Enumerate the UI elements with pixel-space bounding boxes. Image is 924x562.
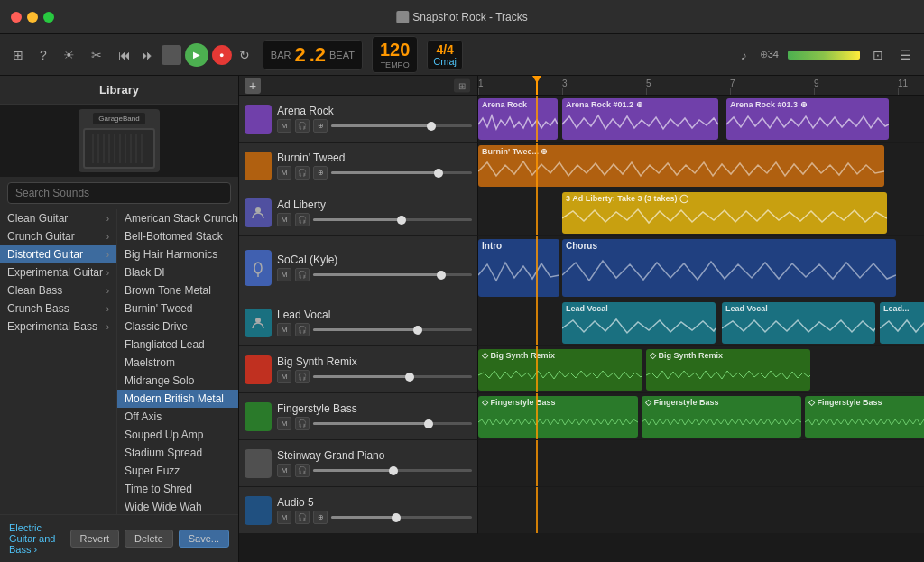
mute-button-bigsynth[interactable]: M bbox=[277, 370, 291, 383]
clip-socal-intro[interactable]: Intro bbox=[478, 239, 559, 297]
preset-american-stack[interactable]: American Stack Crunch bbox=[117, 209, 238, 227]
add-track-button[interactable]: + bbox=[245, 78, 261, 94]
volume-slider-arena[interactable] bbox=[331, 120, 472, 133]
preset-bell-bottomed[interactable]: Bell-Bottomed Stack bbox=[117, 227, 238, 245]
rewind-button[interactable]: ⏮ bbox=[115, 46, 134, 64]
headphone-button-leadvocal[interactable]: 🎧 bbox=[295, 323, 310, 336]
mute-button-audio5[interactable]: M bbox=[277, 511, 291, 524]
mute-button-leadvocal[interactable]: M bbox=[277, 323, 291, 336]
volume-slider-audio5[interactable] bbox=[331, 511, 472, 524]
preset-modern-british[interactable]: Modern British Metal bbox=[117, 390, 238, 408]
category-experimental-bass[interactable]: Experimental Bass › bbox=[0, 318, 116, 336]
headphone-button-socal[interactable]: 🎧 bbox=[295, 268, 310, 281]
record-enable-audio5[interactable]: ⊕ bbox=[313, 511, 328, 524]
clip-fingerstyle-3[interactable]: ◇ Fingerstyle Bass bbox=[805, 396, 924, 438]
clip-bigsynth-1[interactable]: ◇ Big Synth Remix bbox=[478, 349, 642, 391]
category-crunch-bass[interactable]: Crunch Bass › bbox=[0, 299, 116, 318]
category-clean-guitar[interactable]: Clean Guitar › bbox=[0, 209, 116, 227]
library-toggle-button[interactable]: ⊞ bbox=[9, 46, 27, 64]
window-controls[interactable] bbox=[0, 12, 54, 23]
mute-button-adliberty[interactable]: M bbox=[277, 213, 291, 226]
tempo-display[interactable]: 120 TEMPO bbox=[372, 36, 418, 73]
footer-link[interactable]: Electric Guitar and Bass › bbox=[9, 522, 70, 555]
library-lists: Clean Guitar › Crunch Guitar › Distorted… bbox=[0, 209, 238, 514]
clip-fingerstyle-1[interactable]: ◇ Fingerstyle Bass bbox=[478, 396, 638, 438]
preset-stadium-spread[interactable]: Stadium Spread bbox=[117, 444, 238, 462]
headphone-button-audio5[interactable]: 🎧 bbox=[295, 511, 310, 524]
help-button[interactable]: ? bbox=[36, 46, 51, 64]
preset-super-fuzz[interactable]: Super Fuzz bbox=[117, 462, 238, 480]
volume-slider-leadvocal[interactable] bbox=[313, 324, 472, 336]
clip-fingerstyle-2[interactable]: ◇ Fingerstyle Bass bbox=[642, 396, 801, 438]
category-experimental-guitar[interactable]: Experimental Guitar › bbox=[0, 263, 116, 281]
preset-big-hair[interactable]: Big Hair Harmonics bbox=[117, 245, 238, 263]
preset-souped-up[interactable]: Souped Up Amp bbox=[117, 426, 238, 444]
volume-slider-fingerstyle[interactable] bbox=[313, 418, 472, 430]
record-enable-burnin[interactable]: ⊕ bbox=[313, 166, 328, 180]
stop-button[interactable] bbox=[162, 45, 181, 65]
amp-grid bbox=[92, 134, 146, 163]
headphone-button-fingerstyle[interactable]: 🎧 bbox=[295, 417, 310, 430]
record-button[interactable]: ● bbox=[212, 45, 232, 65]
tune-button[interactable]: ♪ bbox=[737, 46, 751, 64]
clip-leadvocal-2[interactable]: Lead Vocal bbox=[722, 302, 875, 344]
ruler-timeline: 1 3 5 7 9 11 bbox=[478, 76, 924, 95]
play-button[interactable]: ▶ bbox=[185, 43, 208, 67]
delete-button[interactable]: Delete bbox=[125, 530, 173, 548]
time-signature-display[interactable]: 4/4 Cmaj bbox=[427, 40, 463, 70]
clip-leadvocal-1[interactable]: Lead Vocal bbox=[562, 302, 716, 344]
volume-slider-bigsynth[interactable] bbox=[313, 371, 472, 383]
clip-socal-chorus[interactable]: Chorus bbox=[562, 239, 896, 297]
preset-time-to-shred[interactable]: Time to Shred bbox=[117, 480, 238, 498]
headphone-button-arena[interactable]: 🎧 bbox=[295, 119, 310, 133]
clip-adliberty-1[interactable]: 3 Ad Liberty: Take 3 (3 takes) ◯ bbox=[562, 192, 887, 234]
volume-slider-socal[interactable] bbox=[313, 269, 472, 281]
volume-slider-adliberty[interactable] bbox=[313, 214, 472, 226]
notes-button[interactable]: ☰ bbox=[896, 46, 915, 64]
preset-brown-tone[interactable]: Brown Tone Metal bbox=[117, 281, 238, 299]
minimize-button[interactable] bbox=[27, 12, 38, 23]
close-button[interactable] bbox=[11, 12, 22, 23]
search-input[interactable] bbox=[7, 182, 231, 204]
cycle-button[interactable]: ↻ bbox=[236, 46, 254, 64]
headphone-button-steinway[interactable]: 🎧 bbox=[295, 464, 310, 477]
headphone-button-bigsynth[interactable]: 🎧 bbox=[295, 370, 310, 383]
preset-black-di[interactable]: Black DI bbox=[117, 263, 238, 281]
track-name-fingerstyle: Fingerstyle Bass bbox=[277, 402, 472, 415]
clip-arena-3[interactable]: Arena Rock #01.3 ⊕ bbox=[726, 98, 889, 140]
category-clean-bass[interactable]: Clean Bass › bbox=[0, 281, 116, 299]
category-distorted-guitar[interactable]: Distorted Guitar › bbox=[0, 245, 116, 263]
tracks-scroll: Arena Rock M 🎧 ⊕ bbox=[239, 96, 924, 562]
clip-arena-2[interactable]: Arena Rock #01.2 ⊕ bbox=[562, 98, 718, 140]
track-info-arena: Arena Rock M 🎧 ⊕ bbox=[277, 105, 472, 133]
headphone-button-adliberty[interactable]: 🎧 bbox=[295, 213, 310, 226]
category-crunch-guitar[interactable]: Crunch Guitar › bbox=[0, 227, 116, 245]
mute-button-burnin[interactable]: M bbox=[277, 166, 291, 180]
mute-button-arena[interactable]: M bbox=[277, 119, 291, 133]
clip-bigsynth-2[interactable]: ◇ Big Synth Remix bbox=[646, 349, 810, 391]
volume-slider-burnin[interactable] bbox=[331, 167, 472, 180]
preset-burnin-tweed[interactable]: Burnin' Tweed bbox=[117, 299, 238, 318]
preset-flangliated[interactable]: Flangliated Lead bbox=[117, 336, 238, 354]
fast-forward-button[interactable]: ⏭ bbox=[138, 46, 158, 64]
volume-slider-steinway[interactable] bbox=[313, 465, 472, 477]
mute-button-fingerstyle[interactable]: M bbox=[277, 417, 291, 430]
revert-button[interactable]: Revert bbox=[70, 530, 119, 548]
preset-maelstrom[interactable]: Maelstrom bbox=[117, 354, 238, 372]
settings-button[interactable]: ☀ bbox=[60, 46, 79, 64]
mute-button-socal[interactable]: M bbox=[277, 268, 291, 281]
scissors-button[interactable]: ✂ bbox=[88, 46, 106, 64]
preset-wide-wide-wah[interactable]: Wide Wide Wah bbox=[117, 498, 238, 514]
preset-midrange-solo[interactable]: Midrange Solo bbox=[117, 372, 238, 390]
preset-classic-drive[interactable]: Classic Drive bbox=[117, 318, 238, 336]
preset-off-axis[interactable]: Off Axis bbox=[117, 408, 238, 426]
mute-button-steinway[interactable]: M bbox=[277, 464, 291, 477]
clip-burnin-1[interactable]: Burnin' Twee... ⊕ bbox=[478, 145, 884, 187]
fullscreen-button[interactable]: ⊡ bbox=[869, 46, 887, 64]
record-enable-arena[interactable]: ⊕ bbox=[313, 119, 328, 133]
save-button[interactable]: Save... bbox=[179, 530, 229, 548]
headphone-button-burnin[interactable]: 🎧 bbox=[295, 166, 310, 180]
clip-leadvocal-3[interactable]: Lead... bbox=[880, 302, 924, 344]
maximize-button[interactable] bbox=[43, 12, 54, 23]
clip-arena-1[interactable]: Arena Rock bbox=[478, 98, 558, 140]
